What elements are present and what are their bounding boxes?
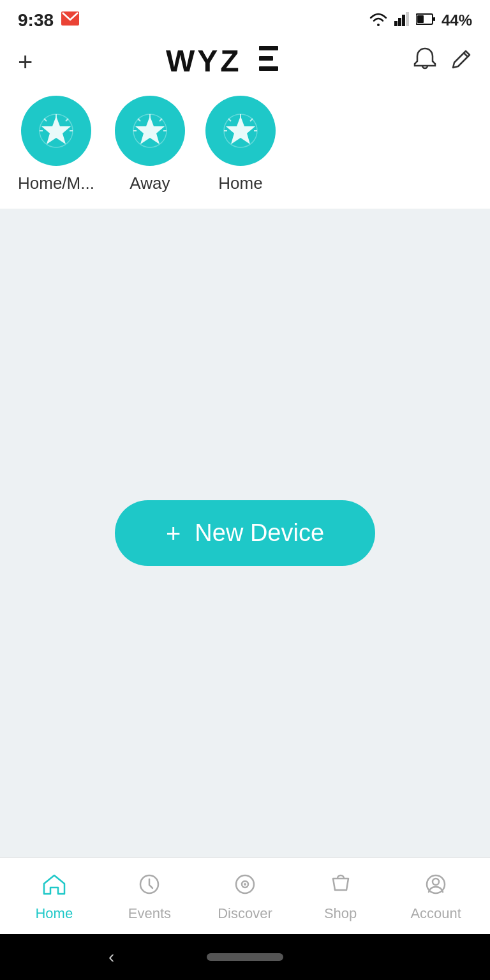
nav-account-label: Account (410, 905, 461, 922)
wifi-icon (369, 12, 388, 29)
shortcut-label: Away (130, 174, 170, 193)
status-time: 9:38 (18, 10, 54, 31)
back-button[interactable]: ‹ (108, 947, 114, 967)
svg-point-38 (433, 879, 439, 885)
svg-rect-7 (433, 17, 435, 21)
shortcut-away[interactable]: Away (115, 96, 185, 193)
nav-shop[interactable]: Shop (293, 873, 389, 922)
svg-rect-9 (259, 46, 278, 50)
shortcut-home-monitoring[interactable]: Home/M... (18, 96, 94, 193)
app-logo: WYZ (166, 41, 281, 83)
home-pill[interactable] (207, 953, 283, 961)
nav-events[interactable]: Events (102, 873, 198, 922)
shortcut-label: Home (218, 174, 262, 193)
discover-icon (234, 873, 256, 900)
svg-line-31 (250, 119, 253, 121)
new-device-label: New Device (195, 519, 324, 547)
svg-rect-4 (406, 12, 409, 26)
nav-home-label: Home (35, 905, 73, 922)
shortcut-circle (115, 96, 185, 166)
main-content: + New Device (0, 209, 490, 858)
shop-icon (330, 873, 351, 900)
events-icon (138, 873, 160, 900)
nav-discover-label: Discover (218, 905, 272, 922)
svg-rect-10 (259, 56, 273, 61)
status-left: 9:38 (18, 10, 79, 31)
svg-text:WYZ: WYZ (166, 44, 242, 77)
notifications-button[interactable] (413, 47, 436, 77)
svg-rect-11 (259, 66, 278, 71)
svg-rect-2 (398, 18, 401, 26)
nav-discover[interactable]: Discover (197, 873, 293, 922)
svg-point-36 (244, 883, 246, 886)
add-device-button[interactable]: + (18, 49, 33, 75)
status-bar: 9:38 (0, 0, 490, 38)
top-bar-actions (413, 47, 472, 77)
shortcut-label: Home/M... (18, 174, 94, 193)
svg-line-32 (228, 119, 231, 121)
svg-line-17 (66, 119, 68, 121)
top-bar: + WYZ (0, 38, 490, 89)
battery-percentage: 44% (442, 11, 472, 29)
bottom-nav: Home Events Discover Shop (0, 858, 490, 934)
nav-events-label: Events (128, 905, 171, 922)
svg-rect-3 (402, 15, 405, 26)
signal-icon (394, 12, 410, 29)
svg-line-18 (44, 119, 47, 121)
account-icon (425, 873, 447, 900)
edit-button[interactable] (450, 48, 472, 75)
gmail-icon (61, 11, 79, 29)
new-device-plus-icon: + (166, 521, 181, 546)
svg-line-25 (138, 119, 140, 121)
system-nav-bar: ‹ (0, 934, 490, 980)
nav-account[interactable]: Account (388, 873, 484, 922)
shortcut-circle (205, 96, 276, 166)
new-device-button[interactable]: + New Device (115, 500, 375, 566)
svg-line-24 (160, 119, 162, 121)
nav-home[interactable]: Home (6, 873, 102, 922)
svg-rect-1 (394, 21, 397, 26)
shortcut-circle (21, 96, 91, 166)
battery-icon (416, 12, 435, 29)
shortcut-home[interactable]: Home (205, 96, 276, 193)
svg-rect-6 (417, 15, 424, 23)
nav-shop-label: Shop (324, 905, 357, 922)
status-right: 44% (369, 11, 472, 29)
home-icon (43, 873, 66, 900)
shortcuts-row: Home/M... Away (0, 89, 490, 209)
